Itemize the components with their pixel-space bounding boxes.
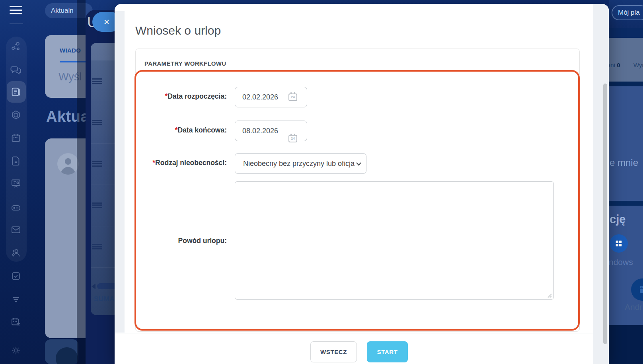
settings-gear-icon[interactable]: [10, 345, 22, 356]
share-network-icon[interactable]: [10, 41, 22, 53]
vertical-scrollbar-thumb[interactable]: [603, 84, 607, 344]
drag-handle-icon[interactable]: [92, 120, 102, 125]
right-tab-a[interactable]: ani 0: [609, 62, 620, 68]
right-me-fragment: e mnie: [610, 157, 638, 168]
hscroll-left-arrow[interactable]: [92, 284, 95, 289]
right-tab-a-count: 0: [617, 62, 620, 68]
hamburger-menu-icon[interactable]: [10, 6, 22, 14]
modal-left-gutter: [115, 11, 125, 333]
my-plan-label: Mój pla: [618, 9, 640, 16]
users-icon[interactable]: [10, 247, 22, 259]
required-asterisk: *: [175, 126, 178, 134]
leave-request-modal: Wniosek o urlop PARAMETRY WORKFLOWU *Dat…: [115, 4, 609, 364]
bottom-card-fragment: [45, 339, 78, 364]
modal-footer: WSTECZ START: [115, 333, 593, 364]
sum-label: SUMA:: [94, 295, 117, 303]
document-icon[interactable]: [10, 155, 22, 167]
right-apps-fragment: cję ndows Andr: [609, 206, 643, 325]
calendar-picker-icon[interactable]: 24: [288, 135, 297, 142]
presentation-icon[interactable]: [10, 177, 22, 189]
mail-icon[interactable]: [10, 224, 22, 236]
right-tabbar-fragment: ani 0 Wyr: [609, 38, 643, 82]
chat-icon[interactable]: [10, 64, 22, 76]
leave-reason-textarea[interactable]: [235, 181, 554, 300]
drag-handle-icon[interactable]: [92, 202, 102, 208]
sidebar-divider: [10, 23, 23, 24]
windows-label: ndows: [609, 257, 633, 267]
drag-handle-icon[interactable]: [92, 244, 102, 249]
android-label: Andr: [625, 302, 642, 312]
modal-backdrop: [77, 0, 86, 364]
news-nav-button[interactable]: Aktualn: [45, 3, 93, 18]
drive-icon[interactable]: [10, 202, 22, 214]
my-plan-button[interactable]: Mój pla: [612, 5, 643, 20]
news-icon[interactable]: [10, 86, 22, 98]
task-check-icon[interactable]: [10, 270, 22, 282]
back-button[interactable]: WSTECZ: [310, 341, 357, 362]
absence-type-select[interactable]: Nieobecny bez przyczyny lub oficja: [235, 153, 366, 174]
avatar: [57, 153, 79, 175]
drag-handle-icon[interactable]: [92, 78, 102, 84]
drag-handle-icon[interactable]: [92, 161, 102, 167]
app-root: Aktualn WIADO Wyśl Aktua Mój pla ani 0 W…: [0, 0, 643, 364]
right-page-fragment: Mój pla ani 0 Wyr e mnie cję ndows Andr: [609, 0, 643, 364]
right-panel-fragment: e mnie: [609, 86, 643, 201]
schedule-icon[interactable]: [10, 316, 22, 328]
close-icon: ×: [103, 16, 109, 28]
hexagon-badge-icon[interactable]: [10, 109, 22, 121]
android-app-icon[interactable]: [631, 278, 643, 301]
calendar-picker-icon[interactable]: 24: [288, 93, 297, 101]
absence-type-value: Nieobecny bez przyczyny lub oficja: [243, 160, 355, 168]
end-date-label: *Data końcowa:: [135, 125, 227, 135]
right-heading-fragment: cję: [610, 213, 625, 226]
right-band: [609, 325, 643, 364]
start-date-label: *Data rozpoczęcia:: [135, 91, 227, 101]
modal-title: Wniosek o urlop: [135, 24, 221, 37]
right-tab-b[interactable]: Wyr: [633, 62, 643, 68]
right-band: [609, 28, 643, 38]
news-nav-label: Aktualn: [51, 7, 74, 14]
section-title: PARAMETRY WORKFLOWU: [144, 60, 226, 67]
leave-reason-label: Powód urlopu:: [135, 236, 227, 245]
right-band: [609, 82, 643, 86]
calendar-icon[interactable]: [10, 132, 22, 144]
right-band: [609, 201, 643, 206]
absence-type-label: *Rodzaj nieobecności:: [135, 158, 227, 167]
windows-app-icon[interactable]: [610, 234, 628, 253]
chevron-down-icon: [356, 162, 361, 166]
bottom-avatar: [56, 347, 78, 364]
start-button[interactable]: START: [367, 341, 408, 362]
filter-icon[interactable]: [10, 293, 22, 305]
